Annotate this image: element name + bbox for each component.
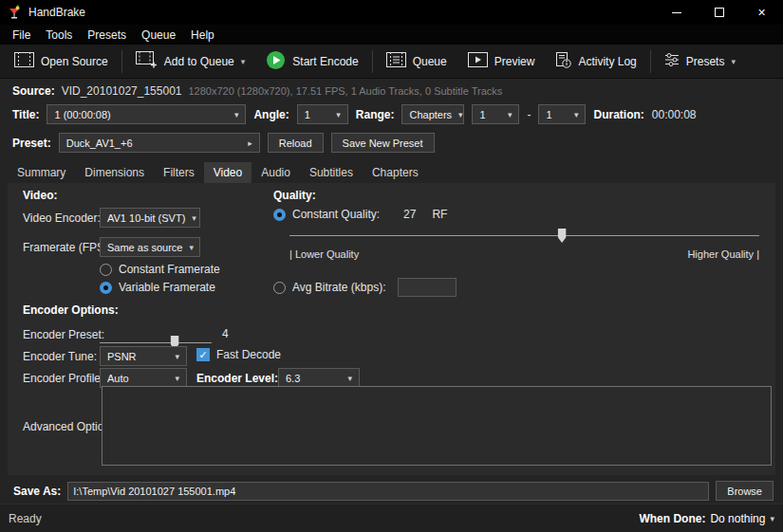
title-select[interactable]: 1 (00:00:08) ▾ <box>47 104 246 124</box>
title-row: Title: 1 (00:00:08) ▾ Angle: 1 ▾ Range: … <box>12 104 697 124</box>
framerate-value: Same as source <box>107 242 182 253</box>
encoder-preset-slider-track[interactable] <box>100 342 212 343</box>
queue-button[interactable]: Queue <box>376 48 457 75</box>
titlebar: HandBrake × <box>0 0 783 25</box>
open-source-button[interactable]: Open Source <box>4 48 119 75</box>
reload-button[interactable]: Reload <box>268 133 324 153</box>
close-button[interactable]: × <box>740 0 783 25</box>
start-encode-button[interactable]: Start Encode <box>255 48 368 75</box>
add-to-queue-icon <box>136 51 158 71</box>
when-done-value: Do nothing <box>710 512 765 525</box>
advanced-options-textarea[interactable] <box>102 386 772 466</box>
quality-slider-thumb[interactable] <box>558 229 567 243</box>
avg-bitrate-input[interactable] <box>398 278 457 297</box>
main-content: Source: VID_20101027_155001 1280x720 (12… <box>0 79 783 504</box>
fast-decode-checkbox[interactable]: ✓ Fast Decode <box>196 348 281 361</box>
toolbar-separator <box>372 50 373 73</box>
menu-queue[interactable]: Queue <box>134 25 183 45</box>
caret-down-icon: ▾ <box>189 243 194 252</box>
higher-quality-caption: Higher Quality | <box>687 248 759 260</box>
maximize-button[interactable] <box>698 0 740 25</box>
preview-icon <box>468 52 488 70</box>
caret-down-icon: ▾ <box>347 374 352 383</box>
menu-presets[interactable]: Presets <box>80 25 134 45</box>
angle-select[interactable]: 1 ▾ <box>297 104 348 124</box>
preview-button[interactable]: Preview <box>457 48 546 75</box>
encoder-tune-select[interactable]: PSNR ▾ <box>100 346 187 366</box>
quality-slider-captions: | Lower Quality Higher Quality | <box>289 248 759 260</box>
save-as-row: Save As: Browse <box>13 481 774 501</box>
framerate-select[interactable]: Same as source ▾ <box>100 237 200 257</box>
video-encoder-select[interactable]: AV1 10-bit (SVT) ▾ <box>100 208 200 228</box>
preset-select-value: Duck_AV1_+6 <box>66 138 133 149</box>
range-type-select[interactable]: Chapters ▾ <box>401 104 464 124</box>
avg-bitrate-label: Avg Bitrate (kbps): <box>292 281 385 294</box>
window-controls: × <box>655 0 783 25</box>
constant-quality-radio[interactable]: Constant Quality: 27 RF <box>273 208 447 221</box>
radio-icon <box>100 264 112 276</box>
minimize-button[interactable] <box>655 0 698 25</box>
caret-down-icon: ▾ <box>241 57 246 66</box>
constant-framerate-radio[interactable]: Constant Framerate <box>100 263 220 276</box>
avg-bitrate-radio[interactable]: Avg Bitrate (kbps): <box>273 278 457 297</box>
source-label: Source: <box>12 84 55 98</box>
quality-slider[interactable] <box>289 229 759 243</box>
quality-section-heading: Quality: <box>273 189 316 202</box>
preview-label: Preview <box>494 55 535 68</box>
caret-down-icon: ▾ <box>234 110 239 119</box>
menu-tools[interactable]: Tools <box>38 25 80 45</box>
video-encoder-label: Video Encoder: <box>23 211 101 225</box>
tab-dimensions[interactable]: Dimensions <box>75 162 154 183</box>
menu-help[interactable]: Help <box>183 25 222 45</box>
caret-down-icon: ▾ <box>574 110 579 119</box>
radio-selected-icon <box>100 282 112 294</box>
variable-framerate-radio[interactable]: Variable Framerate <box>100 281 215 294</box>
tab-chapters[interactable]: Chapters <box>363 162 428 183</box>
preset-select[interactable]: Duck_AV1_+6 ▸ <box>59 133 260 153</box>
constant-quality-unit: RF <box>432 208 447 221</box>
encoder-options-heading: Encoder Options: <box>23 303 119 317</box>
activity-log-icon <box>555 52 571 71</box>
encoder-level-select[interactable]: 6.3 ▾ <box>278 368 360 388</box>
preset-row: Preset: Duck_AV1_+6 ▸ Reload Save New Pr… <box>12 133 435 153</box>
source-details: 1280x720 (1280x720), 17.51 FPS, 1 Audio … <box>188 85 502 97</box>
source-name: VID_20101027_155001 <box>62 84 182 98</box>
encoder-preset-label: Encoder Preset: <box>23 328 104 341</box>
queue-label: Queue <box>413 55 447 68</box>
constant-quality-value: 27 <box>403 208 416 221</box>
range-from-select[interactable]: 1 ▾ <box>472 104 519 124</box>
tab-filters[interactable]: Filters <box>154 162 204 183</box>
browse-button[interactable]: Browse <box>716 481 774 501</box>
constant-quality-label: Constant Quality: <box>292 208 380 221</box>
tab-summary[interactable]: Summary <box>8 162 75 183</box>
add-to-queue-button[interactable]: Add to Queue ▾ <box>125 48 256 75</box>
save-new-preset-button[interactable]: Save New Preset <box>331 133 435 153</box>
menu-file[interactable]: File <box>5 25 38 45</box>
caret-down-icon: ▾ <box>336 110 341 119</box>
toolbar: Open Source Add to Queue ▾ <box>0 45 783 79</box>
activity-log-button[interactable]: Activity Log <box>545 48 646 75</box>
activity-log-label: Activity Log <box>578 55 636 68</box>
quality-slider-track[interactable] <box>289 235 759 236</box>
caret-down-icon: ▾ <box>508 110 513 119</box>
range-type-value: Chapters <box>409 109 452 120</box>
video-encoder-value: AV1 10-bit (SVT) <box>107 212 185 224</box>
caret-right-icon: ▸ <box>248 138 252 148</box>
preset-label: Preset: <box>12 137 51 150</box>
save-as-label: Save As: <box>13 485 61 498</box>
save-as-input[interactable] <box>67 482 709 501</box>
range-to-select[interactable]: 1 ▾ <box>538 104 586 124</box>
tab-audio[interactable]: Audio <box>252 162 300 183</box>
handbrake-window: HandBrake × File Tools Presets Queue Hel… <box>0 0 783 532</box>
when-done-dropdown[interactable]: When Done: Do nothing ▾ <box>639 512 774 525</box>
tab-video[interactable]: Video <box>204 162 252 183</box>
start-encode-label: Start Encode <box>292 55 358 68</box>
title-select-value: 1 (00:00:08) <box>54 109 110 120</box>
handbrake-logo-icon <box>7 5 22 20</box>
tab-subtitles[interactable]: Subtitles <box>300 162 363 183</box>
encoder-profile-select[interactable]: Auto ▾ <box>100 368 187 388</box>
presets-button[interactable]: Presets ▾ <box>654 48 746 75</box>
open-source-label: Open Source <box>41 55 108 68</box>
video-section-heading: Video: <box>23 189 57 202</box>
window-title: HandBrake <box>28 6 85 19</box>
